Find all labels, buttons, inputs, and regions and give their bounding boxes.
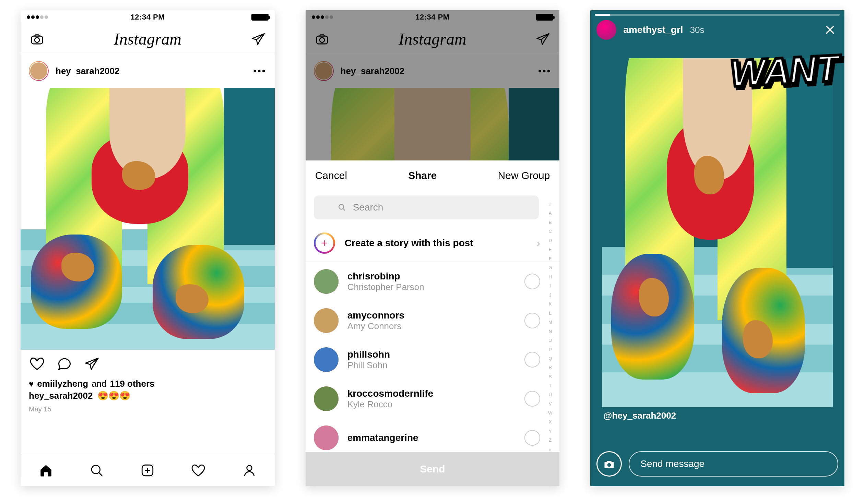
alpha-index-letter[interactable]: V (545, 401, 555, 406)
instagram-logo: Instagram (114, 30, 182, 48)
activity-tab-icon[interactable] (190, 462, 207, 479)
home-tab-icon[interactable] (38, 462, 54, 479)
alpha-index-letter[interactable]: R (545, 365, 555, 370)
alpha-index-letter[interactable]: A (545, 211, 555, 216)
search-input[interactable]: Search (314, 196, 539, 220)
send-message-input[interactable]: Send message (629, 451, 838, 477)
recipient-username: amyconnors (347, 310, 516, 321)
recipient-row[interactable]: phillsohn Phill Sohn (305, 340, 560, 379)
alpha-index-letter[interactable]: W (545, 410, 555, 415)
post-image[interactable] (21, 88, 275, 350)
avatar (314, 425, 338, 450)
story-username[interactable]: amethyst_grl (623, 24, 683, 35)
new-group-button[interactable]: New Group (498, 170, 550, 181)
profile-tab-icon[interactable] (241, 462, 257, 479)
select-radio[interactable] (524, 273, 540, 289)
new-post-tab-icon[interactable] (139, 462, 156, 479)
message-placeholder: Send message (641, 458, 704, 469)
direct-message-icon[interactable] (250, 31, 266, 47)
alpha-index-letter[interactable]: L (545, 310, 555, 316)
story-time: 30s (690, 25, 704, 35)
alpha-index-letter[interactable]: X (545, 419, 555, 424)
alpha-index-letter[interactable]: # (545, 447, 555, 452)
alpha-index-letter[interactable]: B (545, 220, 555, 225)
avatar (314, 347, 338, 372)
liked-by-count: 119 others (110, 378, 154, 389)
alpha-index-letter[interactable]: Z (545, 437, 555, 443)
alpha-index-letter[interactable]: Y (545, 429, 555, 434)
recipient-row[interactable]: chrisrobinp Christopher Parson (305, 262, 560, 301)
avatar[interactable] (597, 20, 616, 40)
alpha-index-letter[interactable]: U (545, 392, 555, 397)
post-header: hey_sarah2002 ••• (21, 54, 275, 88)
alpha-index-letter[interactable]: K (545, 301, 555, 306)
comment-icon[interactable] (56, 355, 73, 372)
select-radio[interactable] (524, 430, 540, 446)
search-icon (337, 203, 347, 212)
recipient-row[interactable]: amyconnors Amy Connors (305, 301, 560, 340)
select-radio[interactable] (524, 391, 540, 407)
cancel-button[interactable]: Cancel (315, 170, 347, 181)
recipient-row[interactable]: kroccosmodernlife Kyle Rocco (305, 379, 560, 418)
alpha-index-letter[interactable]: Q (545, 356, 555, 361)
tab-bar (21, 454, 275, 486)
phone-story-viewer: amethyst_grl 30s WANT (590, 10, 844, 486)
svg-point-7 (339, 204, 344, 209)
likes-row[interactable]: ♥ emiilyzheng and 119 others (21, 378, 275, 390)
share-title: Share (408, 170, 437, 181)
svg-point-2 (92, 465, 100, 474)
recipient-row[interactable]: emmatangerine (305, 418, 560, 452)
avatar[interactable] (29, 61, 49, 81)
avatar (314, 269, 338, 294)
close-icon[interactable] (822, 22, 838, 38)
select-radio[interactable] (524, 313, 540, 328)
send-button[interactable]: Send (305, 452, 560, 486)
signal-dots (27, 15, 48, 19)
status-time: 12:34 PM (131, 13, 165, 22)
more-options-icon[interactable]: ••• (253, 66, 266, 77)
alpha-index-letter[interactable]: S (545, 374, 555, 379)
story-header: amethyst_grl 30s (597, 20, 838, 40)
alpha-index-letter[interactable]: D (545, 238, 555, 243)
post-actions (21, 350, 275, 378)
camera-icon[interactable] (29, 31, 45, 47)
alpha-index-letter[interactable]: J (545, 292, 555, 297)
camera-reply-icon[interactable] (597, 451, 622, 477)
caption-username[interactable]: hey_sarah2002 (29, 390, 93, 401)
avatar (314, 308, 338, 333)
svg-point-1 (35, 37, 39, 42)
alpha-index-letter[interactable]: G (545, 265, 555, 270)
alpha-index-letter[interactable]: M (545, 319, 555, 325)
story-content[interactable]: WANT (602, 58, 833, 407)
want-sticker[interactable]: WANT (729, 46, 839, 95)
select-radio[interactable] (524, 352, 540, 367)
alpha-index-letter[interactable]: ☆ (545, 202, 555, 207)
story-attribution[interactable]: @hey_sarah2002 (603, 410, 676, 421)
alpha-index-letter[interactable]: N (545, 329, 555, 334)
alpha-index-letter[interactable]: E (545, 247, 555, 252)
alpha-index-letter[interactable]: O (545, 338, 555, 343)
alpha-index-letter[interactable]: F (545, 256, 555, 261)
caption-text: 😍😍😍 (97, 390, 130, 401)
alpha-index-letter[interactable]: I (545, 283, 555, 288)
alpha-index-letter[interactable]: H (545, 274, 555, 279)
create-story-row[interactable]: + Create a story with this post › (305, 224, 560, 262)
alpha-index-letter[interactable]: C (545, 229, 555, 234)
top-bar: Instagram (21, 24, 275, 54)
recipient-fullname: Christopher Parson (347, 282, 516, 292)
phone-feed: 12:34 PM Instagram hey_sarah2002 ••• (21, 10, 275, 486)
alpha-index-letter[interactable]: T (545, 383, 555, 388)
alpha-index-letter[interactable]: P (545, 347, 555, 352)
post-username[interactable]: hey_sarah2002 (56, 66, 119, 77)
share-icon[interactable] (84, 355, 100, 372)
story-footer: Send message (597, 451, 838, 477)
search-placeholder: Search (353, 202, 383, 213)
status-bar: 12:34 PM (21, 10, 275, 24)
search-tab-icon[interactable] (89, 462, 105, 479)
liked-by-connector: and (92, 378, 106, 389)
liked-by-name: emiilyzheng (37, 378, 88, 389)
like-icon[interactable] (29, 355, 45, 372)
recipient-username: emmatangerine (347, 432, 516, 443)
share-sheet: Cancel Share New Group Search + Create a… (305, 161, 560, 486)
alpha-index[interactable]: ☆ABCDEFGHIJKLMNOPQRSTUVWXYZ# (545, 202, 555, 452)
